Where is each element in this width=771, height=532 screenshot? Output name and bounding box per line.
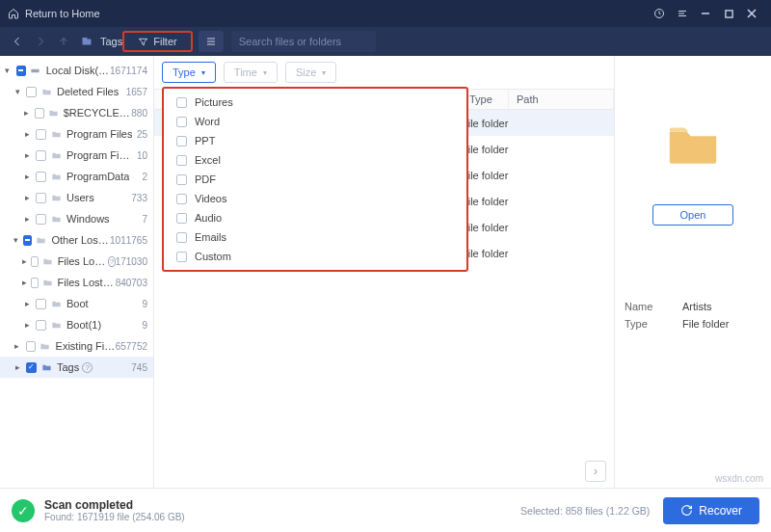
filter-label: Filter — [153, 36, 176, 47]
col-type[interactable]: Type — [462, 90, 509, 109]
view-list-button[interactable] — [199, 31, 224, 52]
folder-large-icon — [666, 123, 720, 166]
svg-rect-3 — [83, 38, 88, 40]
tree-recycle[interactable]: ▸$RECYCLE.BIN880 — [0, 102, 153, 123]
scan-status: Scan completed — [44, 498, 185, 512]
tree-root[interactable]: ▾Local Disk(C:)1671174 — [0, 60, 153, 81]
tree-existing[interactable]: ▸Existing Files657752 — [0, 335, 153, 357]
open-button[interactable]: Open — [652, 204, 733, 226]
scan-found: Found: 1671919 file (254.06 GB) — [44, 512, 185, 522]
nav-forward — [29, 30, 52, 53]
detail-type-val: File folder — [682, 318, 729, 330]
type-dropdown: Pictures Word PPT Excel PDF Videos Audio… — [162, 87, 468, 272]
menu-icon[interactable] — [671, 4, 694, 23]
type-opt[interactable]: Emails — [164, 227, 466, 247]
watermark: wsxdn.com — [715, 473, 763, 484]
return-home-label: Return to Home — [25, 8, 100, 19]
tree-users[interactable]: ▸Users733 — [0, 187, 153, 208]
type-opt[interactable]: Pictures — [164, 93, 466, 112]
folder-icon — [40, 86, 53, 97]
tree-pf[interactable]: ▸Program Files25 — [0, 123, 153, 145]
nav-back[interactable] — [6, 30, 29, 53]
tree-pf86[interactable]: ▸Program Files (x86)10 — [0, 145, 153, 166]
filter-type[interactable]: Type▾ — [162, 62, 216, 83]
filter-button[interactable]: Filter — [126, 33, 188, 50]
tree-flo1[interactable]: ▸Files Lost Origi...?171030 — [0, 251, 153, 272]
help-icon[interactable]: ? — [82, 362, 93, 373]
recover-button[interactable]: Recover — [663, 497, 759, 524]
tree-flo2[interactable]: ▸Files Lost Original ...840703 — [0, 272, 153, 293]
detail-type-key: Type — [625, 318, 682, 330]
tree-pd[interactable]: ▸ProgramData2 — [0, 166, 153, 187]
check-icon: ✓ — [12, 499, 35, 522]
tree-windows[interactable]: ▸Windows7 — [0, 208, 153, 229]
tags-icon — [79, 34, 94, 49]
tree-tags[interactable]: ▸Tags?745 — [0, 357, 153, 378]
detail-name-val: Artists — [682, 301, 712, 312]
filter-icon — [138, 37, 148, 47]
selection-info: Selected: 858 files (1.22 GB) — [520, 505, 650, 517]
type-opt[interactable]: PDF — [164, 170, 466, 189]
search-input[interactable] — [239, 36, 372, 47]
breadcrumb: Tags — [100, 36, 122, 47]
svg-rect-1 — [725, 10, 731, 16]
tree-boot1[interactable]: ▸Boot(1)9 — [0, 314, 153, 335]
type-opt[interactable]: Word — [164, 112, 466, 131]
home-icon — [8, 8, 19, 19]
type-opt[interactable]: PPT — [164, 131, 466, 150]
recover-icon — [680, 504, 693, 517]
detail-name-key: Name — [625, 301, 682, 312]
tree-sidebar: ▾Local Disk(C:)1671174 ▾Deleted Files165… — [0, 56, 154, 488]
svg-rect-2 — [83, 40, 92, 45]
type-opt[interactable]: Videos — [164, 189, 466, 208]
help-icon[interactable]: ? — [108, 256, 115, 267]
close-button[interactable] — [740, 4, 763, 23]
search-box[interactable] — [231, 31, 376, 52]
drive-icon — [29, 65, 41, 76]
tree-deleted[interactable]: ▾Deleted Files1657 — [0, 81, 153, 102]
history-icon[interactable] — [648, 4, 671, 23]
tree-other[interactable]: ▾Other Lost Files1011765 — [0, 229, 153, 251]
col-path[interactable]: Path — [509, 90, 614, 109]
maximize-button[interactable] — [717, 4, 740, 23]
type-opt[interactable]: Custom — [164, 247, 466, 266]
tree-boot[interactable]: ▸Boot9 — [0, 293, 153, 314]
type-opt[interactable]: Excel — [164, 150, 466, 170]
status-footer: ✓ Scan completed Found: 1671919 file (25… — [0, 488, 771, 532]
nav-up — [52, 30, 75, 53]
minimize-button[interactable] — [694, 4, 717, 23]
filter-time[interactable]: Time▾ — [224, 62, 278, 83]
details-pane: Open NameArtists TypeFile folder — [615, 56, 771, 488]
file-list-panel: Type▾ Time▾ Size▾ Pictures Word PPT Exce… — [154, 56, 615, 488]
filter-size[interactable]: Size▾ — [285, 62, 336, 83]
return-home[interactable]: Return to Home — [8, 8, 100, 19]
svg-rect-5 — [32, 68, 40, 72]
type-opt[interactable]: Audio — [164, 208, 466, 227]
next-page[interactable]: › — [585, 461, 606, 482]
